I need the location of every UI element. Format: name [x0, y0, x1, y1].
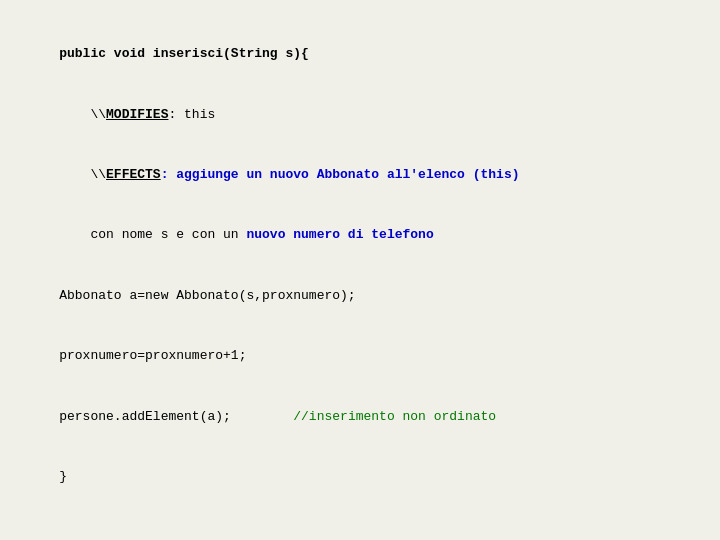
body1-1-text: Abbonato a=new Abbonato(s,proxnumero);	[59, 288, 355, 303]
line-rimuovi-signature: public void rimuovi(String s){	[28, 521, 692, 540]
modifies-prefix-1: \\	[59, 107, 106, 122]
effects-label-1: EFFECTS	[106, 167, 161, 182]
line-inserisci-signature: public void inserisci(String s){	[28, 24, 692, 84]
body3-1-text: persone.addElement(a);	[59, 409, 231, 424]
con-text-1: con nome s e con un	[59, 227, 246, 242]
spacer-1	[28, 507, 692, 521]
line-body3-1: persone.addElement(a); //inserimento non…	[28, 387, 692, 447]
effects-text-1: : aggiunge un nuovo Abbonato all'elenco …	[161, 167, 520, 182]
code-content: public void inserisci(String s){ \\MODIF…	[28, 24, 692, 540]
effects-prefix-1: \\	[59, 167, 106, 182]
line-body2-1: proxnumero=proxnumero+1;	[28, 326, 692, 386]
line-con-1: con nome s e con un nuovo numero di tele…	[28, 205, 692, 265]
modifies-label-1: MODIFIES	[106, 107, 168, 122]
line-effects-1: \\EFFECTS: aggiunge un nuovo Abbonato al…	[28, 145, 692, 205]
con-highlight-1: nuovo numero di telefono	[246, 227, 433, 242]
line-body1-1: Abbonato a=new Abbonato(s,proxnumero);	[28, 266, 692, 326]
body4-1-text: }	[59, 469, 67, 484]
line-body4-1: }	[28, 447, 692, 507]
modifies-colon-1: : this	[168, 107, 215, 122]
inserisci-signature-text: public void inserisci(String s){	[59, 46, 309, 61]
body2-1-text: proxnumero=proxnumero+1;	[59, 348, 246, 363]
line-modifies-1: \\MODIFIES: this	[28, 84, 692, 144]
body3-1-comment: //inserimento non ordinato	[231, 409, 496, 424]
